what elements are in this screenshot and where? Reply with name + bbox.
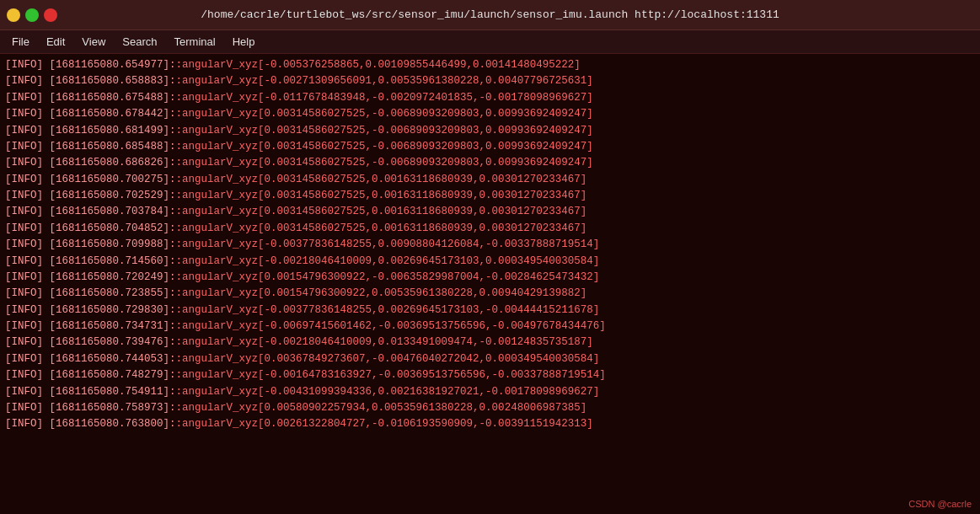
log-timestamp: [1681165080.723855]: [50,287,176,299]
log-timestamp: [1681165080.702529]: [50,190,176,201]
log-data: :angularV_xyz[0.00580902257934,0.0053596… [176,402,587,414]
log-line: [INFO] [1681165080.685488]::angularV_xyz… [5,139,975,155]
log-level: [INFO] [5,320,43,332]
menu-item-search[interactable]: Search [114,32,165,51]
log-line: [INFO] [1681165080.700275]::angularV_xyz… [5,172,975,188]
log-line: [INFO] [1681165080.720249]::angularV_xyz… [5,270,975,286]
log-line: [INFO] [1681165080.704852]::angularV_xyz… [5,221,975,237]
log-data: :angularV_xyz[-0.00218046410009,0.002696… [176,255,600,267]
log-data: :angularV_xyz[0.00314586027525,0.0016311… [176,206,587,217]
menu-item-terminal[interactable]: Terminal [166,32,224,51]
log-line: [INFO] [1681165080.723855]::angularV_xyz… [5,286,975,302]
log-data: :angularV_xyz[0.00314586027525,-0.006890… [176,108,593,120]
menu-item-view[interactable]: View [73,32,114,51]
log-data: :angularV_xyz[-0.00431099394336,0.002163… [176,386,600,398]
log-line: [INFO] [1681165080.709988]::angularV_xyz… [5,237,975,253]
log-timestamp: [1681165080.758973]: [50,402,176,414]
log-line: [INFO] [1681165080.675488]::angularV_xyz… [5,90,975,106]
log-timestamp: [1681165080.704852]: [50,222,176,234]
log-line: [INFO] [1681165080.686826]::angularV_xyz… [5,155,975,171]
log-data: :angularV_xyz[0.00367849273607,-0.004760… [176,353,600,365]
log-level: [INFO] [5,386,43,398]
log-level: [INFO] [5,369,43,381]
log-level: [INFO] [5,174,43,185]
log-level: [INFO] [5,287,43,299]
log-line: [INFO] [1681165080.714560]::angularV_xyz… [5,254,975,270]
log-data: :angularV_xyz[0.00314586027525,0.0016311… [176,174,587,185]
log-data: :angularV_xyz[0.00261322804727,-0.010619… [176,418,593,430]
log-level: [INFO] [5,190,43,201]
log-level: [INFO] [5,206,43,217]
log-level: [INFO] [5,108,43,120]
log-timestamp: [1681165080.675488]: [50,92,176,104]
log-timestamp: [1681165080.658883]: [50,75,176,87]
log-data: :angularV_xyz[0.00154796300922,0.0053596… [176,287,587,299]
log-level: [INFO] [5,402,43,414]
log-level: [INFO] [5,75,43,87]
log-timestamp: [1681165080.754911]: [50,386,176,398]
minimize-button[interactable] [7,8,20,22]
log-line: [INFO] [1681165080.744053]::angularV_xyz… [5,351,975,367]
log-data: :angularV_xyz[0.00314586027525,0.0016311… [176,190,587,201]
log-level: [INFO] [5,59,43,71]
log-timestamp: [1681165080.654977]: [50,59,176,71]
watermark: CSDN @cacrle [908,499,972,509]
log-line: [INFO] [1681165080.658883]::angularV_xyz… [5,73,975,89]
log-line: [INFO] [1681165080.654977]::angularV_xyz… [5,57,975,73]
log-line: [INFO] [1681165080.702529]::angularV_xyz… [5,188,975,204]
log-timestamp: [1681165080.720249]: [50,271,176,283]
log-timestamp: [1681165080.763800]: [50,418,176,430]
log-timestamp: [1681165080.744053]: [50,353,176,365]
menu-item-help[interactable]: Help [224,32,264,51]
log-timestamp: [1681165080.714560]: [50,255,176,267]
log-line: [INFO] [1681165080.734731]::angularV_xyz… [5,319,975,335]
log-line: [INFO] [1681165080.703784]::angularV_xyz… [5,204,975,220]
maximize-button[interactable] [25,8,39,22]
log-line: [INFO] [1681165080.754911]::angularV_xyz… [5,384,975,400]
log-data: :angularV_xyz[0.00314586027525,-0.006890… [176,141,593,153]
log-timestamp: [1681165080.734731]: [50,320,176,332]
log-level: [INFO] [5,125,43,137]
log-line: [INFO] [1681165080.748279]::angularV_xyz… [5,367,975,383]
log-timestamp: [1681165080.686826]: [50,157,176,169]
log-data: :angularV_xyz[0.00154796300922,-0.006358… [176,271,600,283]
window-controls[interactable] [7,8,57,22]
log-data: :angularV_xyz[0.00314586027525,0.0016311… [176,222,587,234]
menu-item-edit[interactable]: Edit [38,32,73,51]
terminal-content: [INFO] [1681165080.654977]::angularV_xyz… [0,54,980,514]
log-data: :angularV_xyz[-0.00377836148255,0.002696… [176,304,600,316]
log-level: [INFO] [5,222,43,234]
log-timestamp: [1681165080.709988]: [50,238,176,250]
log-level: [INFO] [5,353,43,365]
log-timestamp: [1681165080.681499]: [50,125,176,137]
menu-bar: FileEditViewSearchTerminalHelp [0,30,980,54]
log-line: [INFO] [1681165080.763800]::angularV_xyz… [5,416,975,432]
log-level: [INFO] [5,92,43,104]
log-line: [INFO] [1681165080.739476]::angularV_xyz… [5,335,975,351]
log-level: [INFO] [5,157,43,169]
log-timestamp: [1681165080.729830]: [50,304,176,316]
log-data: :angularV_xyz[0.00314586027525,-0.006890… [176,125,593,137]
log-timestamp: [1681165080.703784]: [50,206,176,217]
log-timestamp: [1681165080.685488]: [50,141,176,153]
log-data: :angularV_xyz[-0.00377836148255,0.009088… [176,238,600,250]
log-level: [INFO] [5,271,43,283]
menu-item-file[interactable]: File [3,32,38,51]
close-button[interactable] [44,8,57,22]
window-title: /home/cacrle/turtlebot_ws/src/sensor_imu… [57,8,923,21]
log-data: :angularV_xyz[-0.005376258865,0.00109855… [176,59,581,71]
log-data: :angularV_xyz[-0.00697415601462,-0.00369… [176,320,606,332]
log-timestamp: [1681165080.700275]: [50,174,176,185]
log-timestamp: [1681165080.678442]: [50,108,176,120]
log-level: [INFO] [5,255,43,267]
title-bar: /home/cacrle/turtlebot_ws/src/sensor_imu… [0,0,980,30]
log-level: [INFO] [5,336,43,348]
log-line: [INFO] [1681165080.678442]::angularV_xyz… [5,106,975,122]
log-level: [INFO] [5,304,43,316]
log-data: :angularV_xyz[-0.00271309656091,0.005359… [176,75,593,87]
log-timestamp: [1681165080.739476]: [50,336,176,348]
log-level: [INFO] [5,238,43,250]
log-level: [INFO] [5,418,43,430]
log-data: :angularV_xyz[0.00314586027525,-0.006890… [176,157,593,169]
log-line: [INFO] [1681165080.729830]::angularV_xyz… [5,303,975,319]
